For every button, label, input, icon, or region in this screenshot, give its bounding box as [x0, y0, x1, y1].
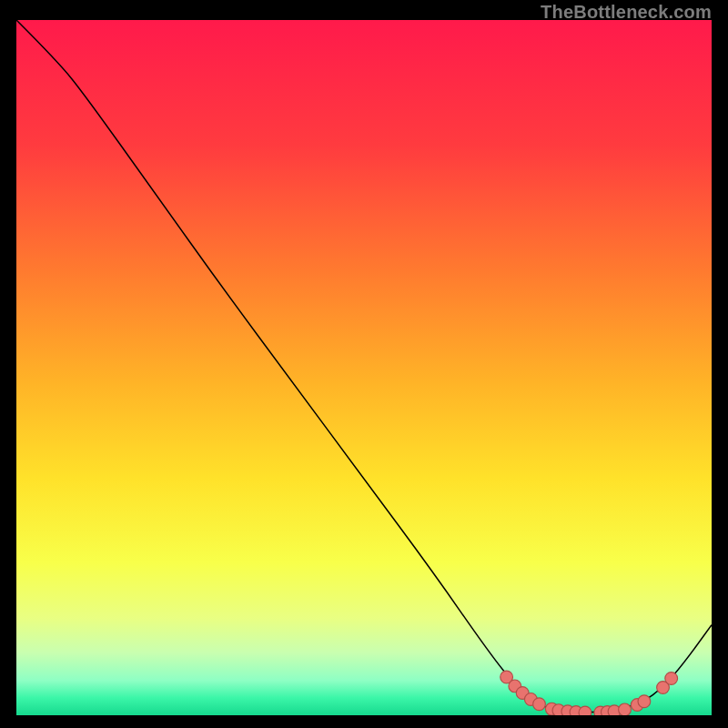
sample-dot [638, 695, 651, 708]
sample-dot [579, 706, 592, 715]
sample-dot [665, 672, 678, 685]
chart-stage: TheBottleneck.com [0, 0, 728, 728]
bottleneck-chart [16, 20, 712, 715]
sample-dot [619, 703, 632, 715]
sample-dot [533, 698, 546, 711]
gradient-background [16, 20, 712, 715]
